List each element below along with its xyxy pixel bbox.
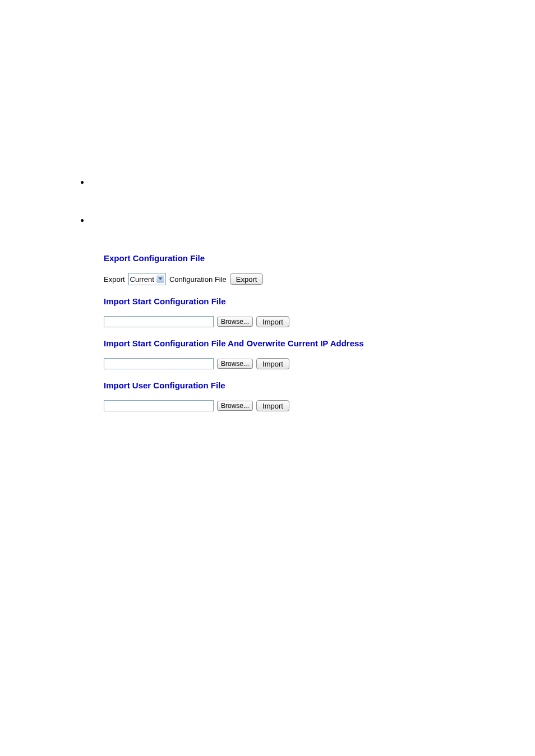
bullet-item: [90, 177, 535, 187]
import-user-browse-button[interactable]: Browse...: [217, 401, 253, 411]
import-overwrite-heading: Import Start Configuration File And Over…: [104, 338, 535, 348]
bullet-item: [90, 215, 535, 225]
import-overwrite-browse-button[interactable]: Browse...: [217, 359, 253, 369]
select-value: Current: [130, 275, 154, 284]
export-heading: Export Configuration File: [104, 253, 535, 263]
export-section: Export Configuration File Export Current…: [104, 253, 535, 285]
import-start-section: Import Start Configuration File Browse..…: [104, 296, 535, 327]
export-button[interactable]: Export: [230, 273, 264, 285]
import-start-heading: Import Start Configuration File: [104, 296, 535, 306]
import-start-browse-button[interactable]: Browse...: [217, 317, 253, 327]
import-user-heading: Import User Configuration File: [104, 381, 535, 390]
import-start-import-button[interactable]: Import: [256, 316, 289, 327]
import-overwrite-import-button[interactable]: Import: [256, 358, 289, 369]
export-suffix-label: Configuration File: [169, 275, 227, 284]
import-user-section: Import User Configuration File Browse...…: [104, 381, 535, 411]
bullet-list: [79, 177, 535, 225]
import-overwrite-section: Import Start Configuration File And Over…: [104, 338, 535, 369]
import-overwrite-file-input[interactable]: [104, 358, 214, 369]
export-prefix-label: Export: [104, 275, 125, 284]
import-user-import-button[interactable]: Import: [256, 400, 289, 411]
import-start-file-input[interactable]: [104, 316, 214, 327]
export-type-select[interactable]: Current: [128, 273, 166, 285]
import-user-file-input[interactable]: [104, 400, 214, 411]
chevron-down-icon: [156, 275, 164, 283]
